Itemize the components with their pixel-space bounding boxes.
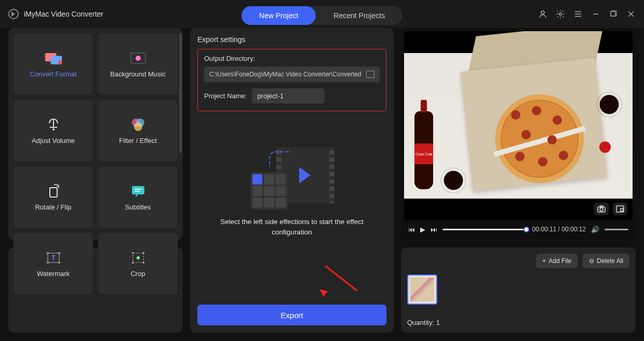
project-name-label: Project Name: <box>204 92 247 100</box>
export-panel-title: Export settings <box>197 35 386 44</box>
annotation-arrow <box>197 273 386 305</box>
svg-point-35 <box>600 208 603 211</box>
filter-effect-icon <box>129 117 147 133</box>
tool-convert-format[interactable]: Convert Format <box>14 33 93 95</box>
svg-rect-6 <box>611 11 615 16</box>
tool-label: Crop <box>130 270 145 278</box>
volume-icon[interactable]: 🔊 <box>591 226 599 233</box>
video-preview[interactable]: Coca Cola <box>404 31 633 220</box>
svg-point-1 <box>559 13 562 16</box>
player-controls: ⏮ ▶ ⏭ 00:00:11 / 00:00:12 🔊 <box>404 220 633 238</box>
snapshot-icon[interactable] <box>594 203 609 215</box>
output-directory-value: C:\Users\FoneDog\iMyMac Video Converter\… <box>209 71 362 78</box>
tool-label: Adjust Volume <box>32 137 75 145</box>
rotate-flip-icon <box>44 183 63 199</box>
svg-rect-18 <box>50 188 57 197</box>
add-file-button[interactable]: +Add File <box>536 254 578 268</box>
tools-grid: Convert Format Background Music Adjust V… <box>8 28 183 240</box>
tool-label: Subtitles <box>125 203 151 211</box>
subtitles-icon <box>129 183 147 199</box>
svg-rect-33 <box>143 262 144 264</box>
svg-point-14 <box>52 128 55 130</box>
browse-folder-icon[interactable] <box>366 71 374 78</box>
account-icon[interactable] <box>538 9 547 19</box>
tool-label: Background Music <box>110 70 166 78</box>
watermark-icon: T <box>44 250 63 266</box>
delete-all-button[interactable]: ⊖Delete All <box>583 254 629 268</box>
prev-icon[interactable]: ⏮ <box>408 226 415 233</box>
tool-background-music[interactable]: Background Music <box>98 33 178 95</box>
crop-icon <box>129 250 147 266</box>
close-icon[interactable] <box>626 9 636 19</box>
seek-bar[interactable] <box>442 229 527 230</box>
svg-point-29 <box>137 256 140 259</box>
export-panel: Export settings Output Directory: C:\Use… <box>190 28 394 333</box>
fullscreen-icon[interactable] <box>613 203 627 215</box>
svg-rect-25 <box>58 252 60 254</box>
tab-recent-projects[interactable]: Recent Projects <box>316 6 403 25</box>
svg-point-17 <box>134 123 142 131</box>
settings-icon[interactable] <box>556 9 565 19</box>
tool-watermark[interactable]: T Watermark <box>14 233 93 294</box>
tool-adjust-volume[interactable]: Adjust Volume <box>14 100 93 161</box>
play-glyph-icon <box>299 167 319 183</box>
tool-label: Watermark <box>37 270 70 278</box>
preview-panel: Coca Cola ⏮ ▶ ⏭ 00:00:11 / 00:00:12 🔊 <box>401 28 636 241</box>
svg-rect-38 <box>621 208 623 211</box>
maximize-icon[interactable] <box>609 9 618 19</box>
play-icon[interactable]: ▶ <box>420 226 425 233</box>
tools-scrollbar[interactable] <box>179 33 182 153</box>
export-settings-highlight: Output Directory: C:\Users\FoneDog\iMyMa… <box>197 49 386 111</box>
export-instructions: Select the left side effections to start… <box>197 217 386 237</box>
tool-filter-effect[interactable]: Filter / Effect <box>98 100 178 161</box>
next-icon[interactable]: ⏭ <box>431 226 437 233</box>
file-thumbnail[interactable] <box>407 274 437 305</box>
files-panel: +Add File ⊖Delete All Quantity: 1 <box>401 247 636 333</box>
convert-format-icon <box>44 50 63 66</box>
tool-label: Filter / Effect <box>119 137 157 145</box>
svg-point-11 <box>58 60 62 64</box>
svg-rect-31 <box>143 252 144 254</box>
tool-crop[interactable]: Crop <box>98 233 178 294</box>
volume-bar[interactable] <box>605 229 628 230</box>
app-title: iMyMac Video Converter <box>24 10 103 18</box>
tool-subtitles[interactable]: Subtitles <box>98 166 178 228</box>
time-display: 00:00:11 / 00:00:12 <box>532 226 586 233</box>
svg-text:T: T <box>51 254 56 261</box>
adjust-volume-icon <box>44 117 63 133</box>
window-controls <box>538 9 636 19</box>
tool-label: Convert Format <box>30 70 76 78</box>
app-logo-icon <box>8 9 19 19</box>
svg-rect-24 <box>47 252 49 254</box>
svg-rect-30 <box>132 252 133 254</box>
menu-icon[interactable] <box>573 9 583 19</box>
minimize-icon[interactable] <box>591 9 600 19</box>
export-button[interactable]: Export <box>197 305 386 325</box>
output-directory-field[interactable]: C:\Users\FoneDog\iMyMac Video Converter\… <box>204 67 380 82</box>
project-tabs: New Project Recent Projects <box>242 6 403 25</box>
export-placeholder-visual: Select the left side effections to start… <box>197 111 386 273</box>
tool-rotate-flip[interactable]: Rotate / Flip <box>14 166 93 228</box>
tab-new-project[interactable]: New Project <box>242 6 316 25</box>
quantity-label: Quantity: 1 <box>407 316 629 326</box>
background-music-icon <box>129 50 147 66</box>
tool-label: Rotate / Flip <box>35 203 71 211</box>
svg-rect-26 <box>47 261 49 264</box>
titlebar: iMyMac Video Converter New Project Recen… <box>0 0 644 28</box>
svg-point-0 <box>541 11 544 14</box>
project-name-input[interactable] <box>252 88 325 103</box>
output-directory-label: Output Directory: <box>204 55 380 62</box>
svg-rect-27 <box>58 261 60 264</box>
svg-rect-32 <box>132 262 133 264</box>
svg-rect-19 <box>132 186 144 194</box>
svg-point-13 <box>136 56 141 61</box>
